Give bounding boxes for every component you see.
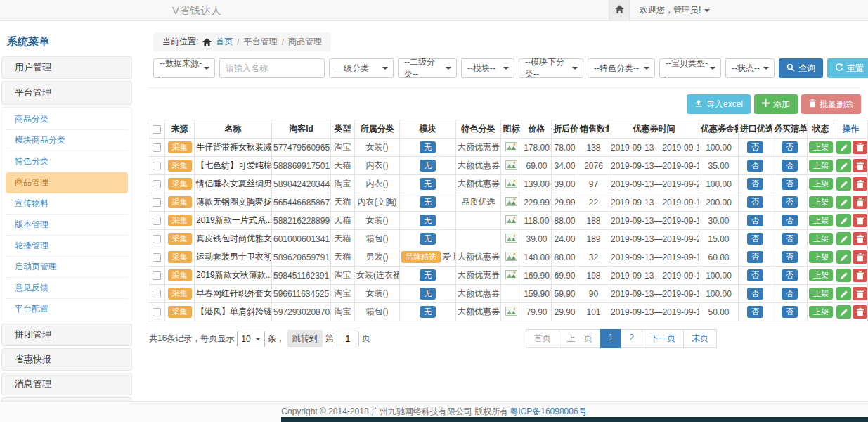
row-checkbox[interactable] [153, 217, 161, 225]
sidebar-item-宣传物料[interactable]: 宣传物料 [6, 193, 128, 215]
sidebar-item-模块商品分类[interactable]: 模块商品分类 [6, 130, 128, 151]
filter-select-一级分类[interactable]: 一级分类 [329, 58, 394, 78]
sidebar-group-省惠快报[interactable]: 省惠快报 [1, 348, 132, 371]
filter-select-状态[interactable]: --状态-- [725, 58, 775, 78]
must-buy-toggle[interactable]: 否 [782, 269, 798, 281]
delete-button[interactable] [853, 287, 867, 300]
filter-select-宝贝类型[interactable]: --宝贝类型-- [659, 58, 721, 78]
sidebar-item-版本管理[interactable]: 版本管理 [6, 215, 128, 236]
select-all-checkbox[interactable] [153, 125, 161, 134]
edit-button[interactable] [836, 250, 851, 264]
jump-to-button[interactable]: 跳转到 [287, 330, 323, 347]
status-toggle[interactable]: 上架 [809, 251, 833, 263]
row-checkbox[interactable] [153, 143, 161, 152]
import-excel-button[interactable]: 导入excel [687, 94, 751, 114]
must-buy-toggle[interactable]: 否 [782, 233, 798, 245]
must-buy-toggle[interactable]: 否 [782, 215, 798, 226]
breadcrumb-home-link[interactable]: 首页 [216, 36, 233, 48]
delete-button[interactable] [853, 159, 867, 172]
sidebar-item-平台配置[interactable]: 平台配置 [6, 299, 128, 319]
delete-button[interactable] [853, 177, 867, 191]
status-toggle[interactable]: 上架 [809, 233, 833, 245]
status-toggle[interactable]: 上架 [809, 160, 833, 172]
edit-button[interactable] [836, 159, 851, 172]
delete-button[interactable] [853, 196, 867, 209]
edit-button[interactable] [836, 232, 851, 245]
import-toggle[interactable]: 否 [747, 196, 763, 208]
status-toggle[interactable]: 上架 [809, 141, 833, 153]
import-toggle[interactable]: 否 [747, 288, 763, 300]
delete-button[interactable] [853, 141, 867, 154]
batch-delete-button[interactable]: 批量删除 [801, 94, 861, 114]
row-checkbox[interactable] [153, 180, 161, 188]
delete-button[interactable] [853, 232, 867, 245]
delete-button[interactable] [853, 305, 867, 319]
icp-link[interactable]: 粤ICP备16098006号 [510, 406, 586, 418]
import-toggle[interactable]: 否 [747, 215, 763, 226]
page-button-上一页[interactable]: 上一页 [559, 329, 601, 348]
delete-button[interactable] [853, 250, 867, 264]
status-toggle[interactable]: 上架 [809, 288, 833, 300]
edit-button[interactable] [836, 305, 851, 319]
filter-select-特色分类[interactable]: --特色分类-- [588, 58, 655, 78]
page-button-下一页[interactable]: 下一页 [642, 329, 684, 348]
must-buy-toggle[interactable]: 否 [782, 288, 798, 300]
page-button-首页[interactable]: 首页 [526, 329, 559, 348]
must-buy-toggle[interactable]: 否 [782, 160, 798, 172]
row-checkbox[interactable] [153, 290, 161, 298]
delete-button[interactable] [853, 214, 867, 227]
page-number-input[interactable] [337, 331, 359, 347]
row-checkbox[interactable] [153, 308, 161, 316]
page-button-2[interactable]: 2 [621, 329, 642, 348]
edit-button[interactable] [836, 141, 851, 154]
status-toggle[interactable]: 上架 [809, 306, 833, 318]
status-toggle[interactable]: 上架 [809, 269, 833, 281]
edit-button[interactable] [836, 287, 851, 300]
edit-button[interactable] [836, 196, 851, 209]
import-toggle[interactable]: 否 [747, 269, 763, 281]
page-button-末页[interactable]: 末页 [683, 329, 717, 348]
status-toggle[interactable]: 上架 [809, 215, 833, 226]
sidebar-group-用户管理[interactable]: 用户管理 [1, 56, 132, 79]
import-toggle[interactable]: 否 [747, 251, 763, 263]
must-buy-toggle[interactable]: 否 [782, 141, 798, 153]
sidebar-item-商品管理[interactable]: 商品管理 [6, 172, 128, 193]
per-page-select[interactable]: 10 [237, 331, 264, 347]
must-buy-toggle[interactable]: 否 [782, 178, 798, 190]
must-buy-toggle[interactable]: 否 [782, 196, 798, 208]
row-checkbox[interactable] [153, 162, 161, 170]
sidebar-item-特色分类[interactable]: 特色分类 [6, 151, 128, 172]
edit-button[interactable] [836, 214, 851, 227]
delete-button[interactable] [853, 269, 867, 282]
page-button-1[interactable]: 1 [600, 329, 622, 348]
status-toggle[interactable]: 上架 [809, 196, 833, 208]
must-buy-toggle[interactable]: 否 [782, 251, 798, 263]
name-search-input[interactable] [219, 58, 325, 78]
sidebar-group-拼团管理[interactable]: 拼团管理 [1, 324, 132, 346]
import-toggle[interactable]: 否 [747, 141, 763, 153]
import-toggle[interactable]: 否 [747, 160, 763, 172]
sidebar-group-平台管理[interactable]: 平台管理 [1, 81, 132, 105]
status-toggle[interactable]: 上架 [809, 178, 833, 190]
sidebar-item-启动页管理[interactable]: 启动页管理 [6, 257, 128, 278]
sidebar-group-消息管理[interactable]: 消息管理 [1, 373, 132, 395]
import-toggle[interactable]: 否 [747, 233, 763, 245]
home-button[interactable] [609, 0, 630, 20]
data-source-select[interactable]: --数据来源-- [153, 58, 215, 78]
edit-button[interactable] [836, 177, 851, 191]
filter-select-模块下分类[interactable]: --模块下分类-- [519, 58, 583, 78]
filter-select-二级分类[interactable]: --二级分类-- [398, 58, 457, 78]
import-toggle[interactable]: 否 [747, 178, 763, 190]
row-checkbox[interactable] [153, 235, 161, 243]
import-toggle[interactable]: 否 [747, 306, 763, 318]
user-menu[interactable]: 欢迎您，管理员! [640, 4, 710, 16]
sidebar-item-商品分类[interactable]: 商品分类 [6, 109, 128, 130]
row-checkbox[interactable] [153, 198, 161, 207]
row-checkbox[interactable] [153, 253, 161, 262]
must-buy-toggle[interactable]: 否 [782, 306, 798, 318]
search-button[interactable]: 查询 [779, 58, 823, 78]
sidebar-item-轮播管理[interactable]: 轮播管理 [6, 236, 128, 257]
reset-button[interactable]: 重置 [827, 58, 868, 78]
edit-button[interactable] [836, 269, 851, 282]
sidebar-item-意见反馈[interactable]: 意见反馈 [6, 278, 128, 299]
